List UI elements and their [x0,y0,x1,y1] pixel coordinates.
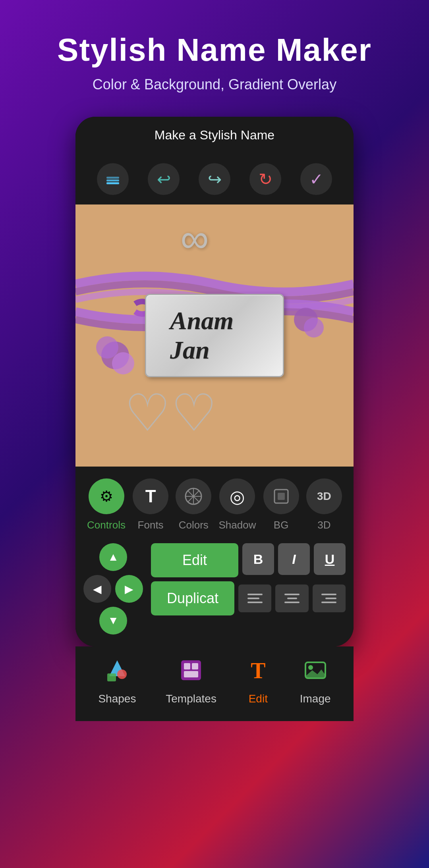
toolbar: ↩ ↪ ↻ ✓ [75,154,354,204]
format-controls: Edit B I U Duplicat [151,543,346,615]
app-subtitle: Color & Background, Gradient Overlay [57,76,372,93]
bg-tab[interactable]: BG [263,478,299,531]
action-row: ▲ ◀ ▶ ▼ Edit B I U Duplicat [83,543,346,635]
templates-icon [179,658,203,687]
nav-down-button[interactable]: ▼ [99,607,127,635]
refresh-button[interactable]: ↻ [249,163,281,195]
shapes-label: Shapes [98,692,136,705]
svg-point-20 [117,669,127,679]
nav-up-button[interactable]: ▲ [99,543,127,571]
bold-button[interactable]: B [242,543,274,575]
controls-icon: ⚙ [89,478,124,514]
name-tag[interactable]: Anam Jan [145,294,284,377]
controls-icon-row: ⚙ Controls T Fonts Colors [83,478,346,531]
layers-button[interactable] [97,163,129,195]
shadow-icon: ◎ [219,478,255,514]
app-title: Stylish Name Maker [57,32,372,68]
svg-point-8 [304,318,324,338]
bg-icon [263,478,299,514]
svg-rect-21 [107,673,116,681]
app-header: Stylish Name Maker Color & Background, G… [41,0,388,109]
svg-rect-18 [278,493,285,500]
svg-rect-25 [184,671,198,677]
controls-tab[interactable]: ⚙ Controls [87,478,126,531]
fonts-label: Fonts [138,519,164,531]
format-top-row: Edit B I U [151,543,346,577]
redo-button[interactable]: ↪ [199,163,230,195]
bottom-nav: Shapes Templates T Edit Ima [75,646,354,721]
nav-right-button[interactable]: ▶ [115,575,143,603]
svg-text:T: T [251,658,265,682]
bottom-nav-templates[interactable]: Templates [166,658,216,705]
svg-rect-2 [106,182,119,184]
phone-mockup: Make a Stylish Name ↩ ↪ ↻ ✓ [75,117,354,646]
top-bar: Make a Stylish Name [75,117,354,154]
svg-rect-0 [106,177,119,179]
svg-text:∞: ∞ [180,216,209,260]
bg-label: BG [274,519,289,531]
nav-horizontal-row: ◀ ▶ [83,575,143,603]
shadow-tab[interactable]: ◎ Shadow [218,478,256,531]
svg-point-28 [308,665,313,670]
duplicate-button[interactable]: Duplicat [151,581,234,615]
shadow-label: Shadow [218,519,256,531]
nav-left-button[interactable]: ◀ [83,575,111,603]
top-bar-title: Make a Stylish Name [155,128,274,142]
svg-point-6 [112,352,134,374]
fonts-tab[interactable]: T Fonts [133,478,168,531]
threed-label: 3D [317,519,330,531]
svg-text:♡♡: ♡♡ [124,384,217,442]
nav-controls: ▲ ◀ ▶ ▼ [83,543,143,635]
italic-button[interactable]: I [278,543,310,575]
fonts-icon: T [133,478,168,514]
svg-rect-23 [184,663,190,669]
edit-label: Edit [249,692,268,705]
controls-label: Controls [87,519,126,531]
image-icon [303,658,327,687]
svg-point-5 [96,336,118,359]
done-button[interactable]: ✓ [300,163,332,195]
svg-rect-24 [192,663,198,669]
bottom-nav-image[interactable]: Image [300,658,331,705]
image-label: Image [300,692,331,705]
name-tag-text: Anam Jan [170,307,234,364]
canvas-area[interactable]: ∞ ♡♡ Anam Jan [75,204,354,467]
align-left-button[interactable] [238,584,271,612]
controls-panel: ⚙ Controls T Fonts Colors [75,467,354,646]
shapes-icon [105,658,129,687]
underline-button[interactable]: U [314,543,346,575]
colors-icon [176,478,211,514]
bottom-nav-shapes[interactable]: Shapes [98,658,136,705]
svg-rect-1 [106,179,119,181]
threed-icon: 3D [306,478,342,514]
align-center-button[interactable] [275,584,308,612]
format-bottom-row: Duplicat [151,581,346,615]
edit-icon: T [246,658,270,687]
threed-tab[interactable]: 3D 3D [306,478,342,531]
edit-button[interactable]: Edit [151,543,238,577]
bottom-nav-edit[interactable]: T Edit [246,658,270,705]
templates-label: Templates [166,692,216,705]
undo-button[interactable]: ↩ [148,163,180,195]
align-right-button[interactable] [313,584,346,612]
colors-label: Colors [179,519,209,531]
colors-tab[interactable]: Colors [176,478,211,531]
